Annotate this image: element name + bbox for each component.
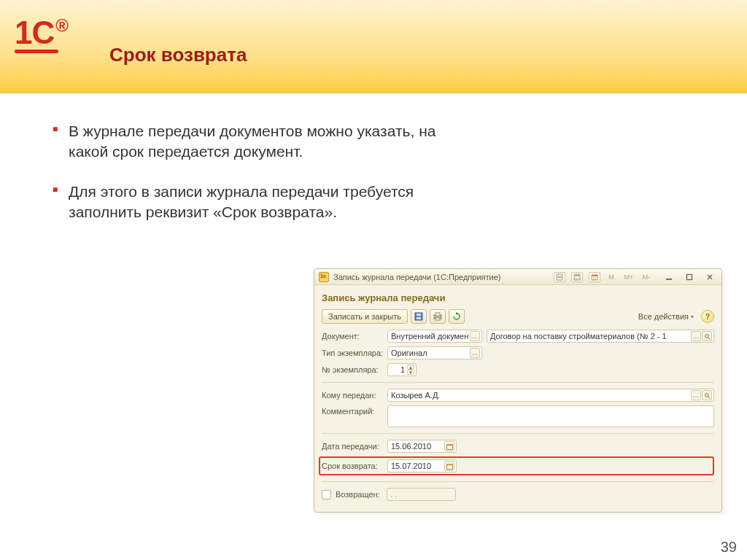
date-due-input[interactable]: 15.07.2010 — [387, 459, 457, 472]
print-button[interactable] — [430, 309, 446, 324]
save-and-close-label: Записать и закрыть — [328, 312, 401, 321]
label-date-due: Срок возврата: — [322, 462, 387, 470]
given-to-value: Козырев А.Д. — [391, 391, 690, 400]
given-to-input[interactable]: Козырев А.Д. … — [387, 389, 714, 402]
ellipsis-icon[interactable]: … — [470, 348, 480, 358]
search-icon[interactable] — [702, 331, 712, 341]
step-down-icon[interactable]: ▼ — [407, 370, 414, 375]
minimize-button[interactable] — [662, 272, 676, 282]
due-date-highlight: Срок возврата: 15.07.2010 — [319, 456, 714, 475]
bullet-item: Для этого в записи журнала передачи треб… — [53, 182, 461, 223]
svg-point-5 — [578, 278, 579, 279]
label-copy-type: Тип экземпляра: — [322, 349, 387, 357]
svg-rect-15 — [436, 313, 440, 316]
svg-rect-2 — [575, 275, 579, 276]
returned-date-input[interactable]: . . — [387, 488, 456, 501]
document-type-select[interactable]: Внутренний документ … — [387, 330, 482, 343]
label-comment: Комментарий: — [322, 405, 387, 416]
document-name-input[interactable]: Договор на поставку стройматериалов (№ 2… — [487, 330, 714, 343]
ellipsis-icon[interactable]: … — [470, 331, 480, 341]
svg-point-19 — [705, 393, 708, 397]
copy-no-stepper[interactable]: 1 ▲ ▼ — [387, 363, 417, 376]
svg-rect-13 — [417, 314, 421, 316]
returned-checkbox[interactable] — [322, 490, 331, 499]
divider — [322, 433, 714, 434]
returned-date-value: . . — [390, 490, 454, 499]
save-and-close-button[interactable]: Записать и закрыть — [322, 309, 408, 324]
copy-type-select[interactable]: Оригинал … — [387, 346, 482, 359]
document-name-value: Договор на поставку стройматериалов (№ 2… — [490, 332, 690, 341]
mem-button-mminus[interactable]: M- — [640, 272, 653, 282]
close-button[interactable] — [703, 272, 717, 282]
page-number: 39 — [721, 539, 737, 556]
svg-point-3 — [575, 278, 576, 279]
svg-text:31: 31 — [592, 276, 597, 281]
bullet-list: В журнале передачи документов можно указ… — [23, 121, 461, 241]
svg-point-17 — [705, 334, 708, 338]
svg-point-4 — [576, 278, 578, 279]
label-document: Документ: — [322, 332, 387, 341]
svg-rect-24 — [446, 464, 452, 465]
all-actions-label: Все действия — [638, 312, 689, 321]
dialog-journal-entry: Запись журнала передачи (1С:Предприятие)… — [314, 268, 722, 513]
svg-rect-9 — [666, 279, 672, 280]
label-copy-no: № экземпляра: — [322, 365, 387, 374]
refresh-button[interactable] — [449, 309, 465, 324]
label-given-to: Кому передан: — [322, 391, 387, 400]
calendar-icon[interactable] — [444, 441, 454, 451]
copy-type-value: Оригинал — [391, 349, 469, 357]
svg-rect-16 — [436, 318, 440, 320]
search-icon[interactable] — [702, 390, 712, 400]
label-date-sent: Дата передачи: — [322, 442, 387, 451]
calculator-icon[interactable] — [571, 272, 583, 282]
svg-rect-10 — [687, 274, 692, 279]
all-actions-button[interactable]: Все действия ▾ — [638, 312, 694, 321]
slide-header: 1C® Срок возврата — [0, 0, 747, 93]
label-returned: Возвращен: — [336, 490, 387, 499]
date-due-value: 15.07.2010 — [391, 462, 444, 470]
ellipsis-icon[interactable]: … — [691, 390, 701, 400]
svg-rect-12 — [417, 317, 421, 319]
bullet-item: В журнале передачи документов можно указ… — [53, 121, 461, 163]
svg-line-18 — [708, 338, 711, 340]
mem-button-mplus[interactable]: M+ — [622, 272, 635, 282]
divider — [322, 481, 714, 482]
copy-no-value: 1 — [391, 365, 405, 374]
slide-title: Срок возврата — [109, 44, 247, 66]
save-button[interactable] — [411, 309, 427, 324]
date-sent-value: 15.06.2010 — [391, 442, 444, 451]
dialog-toolbar: Записать и закрыть Все действия ▾ ? — [322, 309, 714, 324]
help-button[interactable]: ? — [701, 310, 714, 323]
svg-rect-22 — [446, 444, 452, 446]
app-1c-icon — [319, 272, 329, 282]
calendar-icon[interactable]: 31 — [589, 272, 600, 282]
ellipsis-icon[interactable]: … — [691, 331, 701, 341]
maximize-button[interactable] — [682, 272, 697, 282]
date-sent-input[interactable]: 15.06.2010 — [387, 440, 457, 453]
dialog-heading: Запись журнала передачи — [322, 292, 714, 303]
logo-1c: 1C® — [15, 15, 66, 53]
dialog-title-text: Запись журнала передачи (1С:Предприятие) — [333, 273, 500, 281]
document-type-value: Внутренний документ — [391, 332, 469, 341]
step-up-icon[interactable]: ▲ — [407, 365, 414, 370]
calendar-icon[interactable] — [444, 461, 454, 471]
mem-button-m[interactable]: M — [605, 272, 618, 282]
svg-line-20 — [708, 397, 711, 399]
chevron-down-icon: ▾ — [691, 314, 694, 320]
titlebar-tool-icon[interactable] — [554, 272, 565, 282]
dialog-titlebar: Запись журнала передачи (1С:Предприятие)… — [314, 269, 721, 285]
comment-textarea[interactable] — [387, 405, 714, 427]
divider — [322, 382, 714, 383]
